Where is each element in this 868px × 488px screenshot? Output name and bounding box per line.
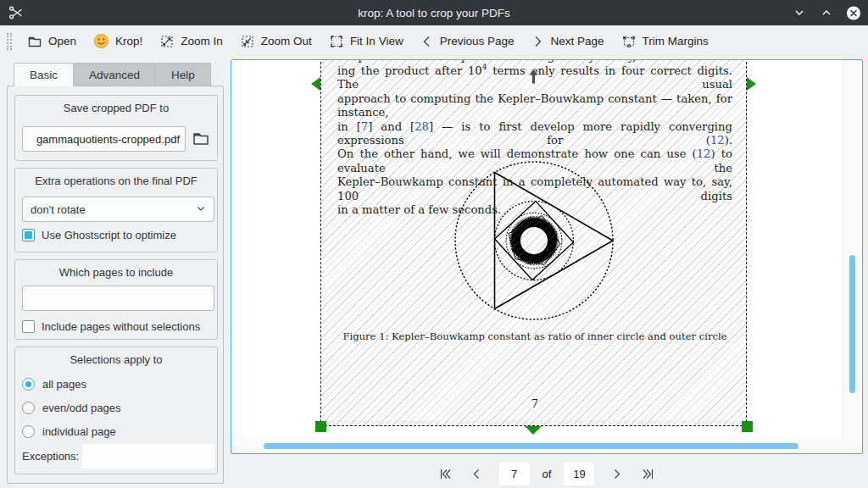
save-group-title: Save cropped PDF to <box>15 96 217 114</box>
zoom-out-icon <box>240 34 255 49</box>
tab-advanced[interactable]: Advanced <box>73 63 156 86</box>
pdf-page[interactable]: We point out that the product converges … <box>231 60 843 436</box>
trim-margins-label: Trim Margins <box>643 35 709 47</box>
zoom-in-icon <box>159 34 175 49</box>
crop-selection[interactable] <box>320 60 747 426</box>
ghostscript-label: Use Ghostscript to optimize <box>42 229 176 241</box>
sidebar-tabs: Basic Advanced Help <box>14 63 210 86</box>
radio-individual-dot[interactable] <box>22 425 35 438</box>
selection-left-handle[interactable] <box>311 77 320 91</box>
pdf-preview-frame: We point out that the product converges … <box>231 59 863 454</box>
radio-all-pages-dot[interactable] <box>22 378 35 391</box>
zoom-out-button[interactable]: Zoom Out <box>231 30 320 53</box>
browse-folder-button[interactable] <box>192 129 210 151</box>
of-label: of <box>542 468 552 480</box>
tab-basic[interactable]: Basic <box>14 63 74 86</box>
rotate-dropdown[interactable]: don't rotate <box>22 197 214 222</box>
ghostscript-checkbox[interactable] <box>22 229 35 241</box>
krop-label: Krop! <box>115 35 142 47</box>
save-group: Save cropped PDF to gammaquotients-cropp… <box>14 95 218 161</box>
pages-group-title: Which pages to include <box>15 260 217 279</box>
vertical-scrollbar[interactable] <box>849 255 855 393</box>
open-label: Open <box>48 35 76 47</box>
open-button[interactable]: Open <box>19 30 85 53</box>
mouse-cursor-icon <box>528 69 539 88</box>
trim-margins-button[interactable]: Trim Margins <box>613 30 717 53</box>
radio-all-pages-label: all pages <box>42 378 86 391</box>
minimize-button[interactable] <box>792 5 807 20</box>
extra-operations-group: Extra operations on the final PDF don't … <box>14 168 218 252</box>
selection-bottom-right-handle[interactable] <box>742 421 753 432</box>
chevron-right-icon <box>531 35 544 48</box>
chevron-left-icon <box>420 35 434 48</box>
tab-help[interactable]: Help <box>155 63 211 86</box>
first-page-button[interactable] <box>437 464 455 483</box>
toolbar-drag-handle[interactable] <box>7 33 12 50</box>
selections-group: Selections apply to all pages even/odd p… <box>14 347 218 474</box>
radio-even-odd-label: even/odd pages <box>42 402 121 414</box>
include-pages-checkbox[interactable] <box>22 320 35 333</box>
filename-value: gammaquotients-cropped.pdf <box>36 133 185 146</box>
ghostscript-checkbox-row: Use Ghostscript to optimize <box>22 229 176 241</box>
zoom-out-label: Zoom Out <box>261 35 312 47</box>
current-page-input[interactable] <box>499 463 530 485</box>
titlebar[interactable]: krop: A tool to crop your PDFs <box>0 0 868 25</box>
next-page-nav-button[interactable] <box>607 464 626 483</box>
horizontal-scrollbar[interactable] <box>264 443 798 449</box>
include-pages-checkbox-row: Include pages without selections <box>22 320 200 333</box>
filename-input[interactable]: gammaquotients-cropped.pdf <box>22 126 186 152</box>
smiley-icon <box>93 33 109 49</box>
pages-input[interactable] <box>22 286 214 311</box>
trim-margins-icon <box>621 34 637 49</box>
krop-button[interactable]: Krop! <box>85 29 151 53</box>
toolbar: Open Krop! Zoom In Zoom Out Fit In View … <box>0 25 868 57</box>
chevron-down-icon <box>196 203 206 216</box>
previous-page-button[interactable]: Previous Page <box>412 30 523 53</box>
include-pages-label: Include pages without selections <box>42 320 200 333</box>
zoom-in-button[interactable]: Zoom In <box>151 30 231 53</box>
next-page-label: Next Page <box>550 35 604 47</box>
selection-bottom-left-handle[interactable] <box>315 421 326 432</box>
previous-page-label: Previous Page <box>440 35 515 47</box>
radio-even-odd-pages[interactable]: even/odd pages <box>22 402 121 414</box>
selection-bottom-handle[interactable] <box>525 426 542 435</box>
radio-individual-label: individual page <box>42 425 116 438</box>
last-page-button[interactable] <box>638 464 657 483</box>
folder-icon <box>27 34 42 49</box>
fit-in-view-icon <box>329 34 344 49</box>
which-pages-group: Which pages to include Include pages wit… <box>14 259 218 340</box>
window-title: krop: A tool to crop your PDFs <box>0 7 868 19</box>
zoom-in-label: Zoom In <box>181 35 223 47</box>
fit-in-view-button[interactable]: Fit In View <box>320 30 412 53</box>
selections-group-title: Selections apply to <box>15 347 217 366</box>
rotate-dropdown-value: don't rotate <box>31 203 86 216</box>
next-page-button[interactable]: Next Page <box>522 30 612 53</box>
exceptions-label: Exceptions: <box>22 450 79 463</box>
radio-individual-page[interactable]: individual page <box>22 425 116 438</box>
radio-even-odd-dot[interactable] <box>22 402 35 414</box>
prev-page-button[interactable] <box>468 464 487 483</box>
page-navigation: of 19 <box>231 460 863 487</box>
maximize-button[interactable] <box>819 5 834 20</box>
fit-in-view-label: Fit In View <box>350 35 403 47</box>
sidebar-panel: Save cropped PDF to gammaquotients-cropp… <box>7 86 224 484</box>
krop-window: krop: A tool to crop your PDFs Open Krop… <box>0 0 868 488</box>
close-button[interactable] <box>846 5 861 20</box>
exceptions-input[interactable] <box>82 444 214 469</box>
total-pages-value: 19 <box>564 463 594 485</box>
selection-right-handle[interactable] <box>747 77 756 91</box>
radio-all-pages[interactable]: all pages <box>22 378 86 391</box>
extra-group-title: Extra operations on the final PDF <box>15 169 217 187</box>
